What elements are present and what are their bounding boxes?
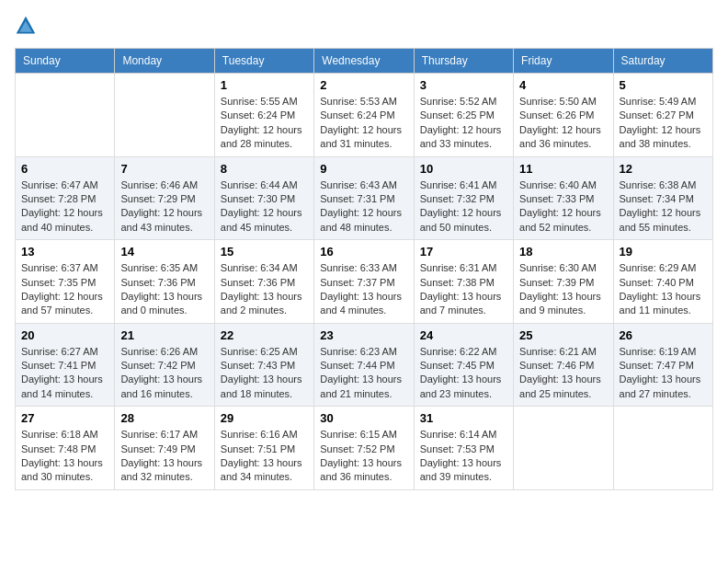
calendar-day-cell: 6Sunrise: 6:47 AM Sunset: 7:28 PM Daylig…	[16, 156, 115, 240]
day-info: Sunrise: 6:14 AM Sunset: 7:53 PM Dayligh…	[420, 428, 507, 485]
day-number: 6	[21, 162, 108, 176]
day-number: 10	[420, 162, 507, 176]
day-info: Sunrise: 6:33 AM Sunset: 7:37 PM Dayligh…	[320, 261, 407, 318]
calendar-week-row: 6Sunrise: 6:47 AM Sunset: 7:28 PM Daylig…	[16, 156, 713, 240]
calendar-day-cell	[16, 74, 115, 157]
day-info: Sunrise: 6:44 AM Sunset: 7:30 PM Dayligh…	[221, 178, 308, 236]
day-number: 21	[120, 328, 208, 342]
calendar-header-row: SundayMondayTuesdayWednesdayThursdayFrid…	[16, 49, 713, 74]
day-number: 19	[620, 245, 707, 259]
day-number: 16	[320, 245, 407, 259]
calendar-day-cell	[514, 407, 613, 490]
day-info: Sunrise: 5:53 AM Sunset: 6:24 PM Dayligh…	[320, 95, 407, 152]
calendar-day-cell	[115, 74, 214, 157]
day-number: 5	[620, 78, 707, 92]
calendar-table: SundayMondayTuesdayWednesdayThursdayFrid…	[15, 48, 713, 490]
weekday-header: Sunday	[16, 49, 115, 74]
calendar-day-cell: 21Sunrise: 6:26 AM Sunset: 7:42 PM Dayli…	[115, 323, 214, 407]
day-number: 22	[221, 328, 308, 342]
day-number: 14	[120, 245, 208, 259]
calendar-week-row: 13Sunrise: 6:37 AM Sunset: 7:35 PM Dayli…	[16, 240, 713, 324]
day-number: 31	[420, 411, 507, 425]
calendar-day-cell: 8Sunrise: 6:44 AM Sunset: 7:30 PM Daylig…	[214, 156, 313, 240]
day-number: 9	[320, 162, 407, 176]
calendar-day-cell: 27Sunrise: 6:18 AM Sunset: 7:48 PM Dayli…	[16, 407, 115, 490]
calendar-week-row: 1Sunrise: 5:55 AM Sunset: 6:24 PM Daylig…	[16, 74, 713, 157]
calendar-day-cell: 25Sunrise: 6:21 AM Sunset: 7:46 PM Dayli…	[514, 323, 613, 407]
weekday-header: Monday	[115, 49, 214, 74]
day-info: Sunrise: 6:16 AM Sunset: 7:51 PM Dayligh…	[221, 428, 308, 485]
calendar-day-cell: 3Sunrise: 5:52 AM Sunset: 6:25 PM Daylig…	[414, 74, 513, 157]
day-info: Sunrise: 6:37 AM Sunset: 7:35 PM Dayligh…	[21, 261, 108, 318]
day-info: Sunrise: 6:47 AM Sunset: 7:28 PM Dayligh…	[21, 178, 108, 236]
day-number: 7	[120, 162, 208, 176]
day-info: Sunrise: 6:41 AM Sunset: 7:32 PM Dayligh…	[420, 178, 507, 236]
calendar-day-cell: 23Sunrise: 6:23 AM Sunset: 7:44 PM Dayli…	[314, 323, 414, 407]
day-number: 4	[519, 78, 607, 92]
day-info: Sunrise: 6:35 AM Sunset: 7:36 PM Dayligh…	[120, 261, 208, 318]
calendar-day-cell: 16Sunrise: 6:33 AM Sunset: 7:37 PM Dayli…	[314, 240, 414, 324]
day-number: 13	[21, 245, 108, 259]
calendar-week-row: 20Sunrise: 6:27 AM Sunset: 7:41 PM Dayli…	[16, 323, 713, 407]
day-number: 20	[21, 328, 108, 342]
calendar-day-cell: 1Sunrise: 5:55 AM Sunset: 6:24 PM Daylig…	[214, 74, 313, 157]
day-info: Sunrise: 6:19 AM Sunset: 7:47 PM Dayligh…	[620, 345, 707, 402]
day-number: 23	[320, 328, 407, 342]
calendar-day-cell: 28Sunrise: 6:17 AM Sunset: 7:49 PM Dayli…	[115, 407, 214, 490]
day-info: Sunrise: 5:52 AM Sunset: 6:25 PM Dayligh…	[420, 95, 507, 152]
day-number: 17	[420, 245, 507, 259]
day-number: 24	[420, 328, 507, 342]
weekday-header: Saturday	[613, 49, 712, 74]
calendar-day-cell: 11Sunrise: 6:40 AM Sunset: 7:33 PM Dayli…	[514, 156, 613, 240]
day-info: Sunrise: 5:50 AM Sunset: 6:26 PM Dayligh…	[519, 95, 607, 152]
calendar-day-cell: 4Sunrise: 5:50 AM Sunset: 6:26 PM Daylig…	[514, 74, 613, 157]
logo	[15, 15, 40, 37]
day-number: 26	[620, 328, 707, 342]
calendar-day-cell: 22Sunrise: 6:25 AM Sunset: 7:43 PM Dayli…	[214, 323, 313, 407]
calendar-day-cell: 2Sunrise: 5:53 AM Sunset: 6:24 PM Daylig…	[314, 74, 414, 157]
day-info: Sunrise: 6:22 AM Sunset: 7:45 PM Dayligh…	[420, 345, 507, 402]
day-info: Sunrise: 5:49 AM Sunset: 6:27 PM Dayligh…	[620, 95, 707, 152]
day-number: 25	[519, 328, 607, 342]
day-number: 11	[519, 162, 607, 176]
calendar-day-cell: 15Sunrise: 6:34 AM Sunset: 7:36 PM Dayli…	[214, 240, 313, 324]
calendar-day-cell: 12Sunrise: 6:38 AM Sunset: 7:34 PM Dayli…	[613, 156, 712, 240]
calendar-day-cell: 31Sunrise: 6:14 AM Sunset: 7:53 PM Dayli…	[414, 407, 513, 490]
day-info: Sunrise: 6:26 AM Sunset: 7:42 PM Dayligh…	[120, 345, 208, 402]
weekday-header: Friday	[514, 49, 613, 74]
day-info: Sunrise: 6:31 AM Sunset: 7:38 PM Dayligh…	[420, 261, 507, 318]
calendar-day-cell: 24Sunrise: 6:22 AM Sunset: 7:45 PM Dayli…	[414, 323, 513, 407]
day-info: Sunrise: 6:21 AM Sunset: 7:46 PM Dayligh…	[519, 345, 607, 402]
calendar-day-cell: 26Sunrise: 6:19 AM Sunset: 7:47 PM Dayli…	[613, 323, 712, 407]
page-header	[15, 15, 713, 37]
calendar-day-cell: 5Sunrise: 5:49 AM Sunset: 6:27 PM Daylig…	[613, 74, 712, 157]
day-number: 1	[221, 78, 308, 92]
calendar-day-cell: 20Sunrise: 6:27 AM Sunset: 7:41 PM Dayli…	[16, 323, 115, 407]
calendar-day-cell: 18Sunrise: 6:30 AM Sunset: 7:39 PM Dayli…	[514, 240, 613, 324]
day-number: 12	[620, 162, 707, 176]
day-info: Sunrise: 6:40 AM Sunset: 7:33 PM Dayligh…	[519, 178, 607, 236]
calendar-day-cell: 14Sunrise: 6:35 AM Sunset: 7:36 PM Dayli…	[115, 240, 214, 324]
calendar-day-cell: 13Sunrise: 6:37 AM Sunset: 7:35 PM Dayli…	[16, 240, 115, 324]
weekday-header: Wednesday	[314, 49, 414, 74]
day-number: 27	[21, 411, 108, 425]
day-number: 15	[221, 245, 308, 259]
logo-icon	[15, 15, 37, 37]
day-info: Sunrise: 6:25 AM Sunset: 7:43 PM Dayligh…	[221, 345, 308, 402]
day-info: Sunrise: 6:23 AM Sunset: 7:44 PM Dayligh…	[320, 345, 407, 402]
day-number: 3	[420, 78, 507, 92]
calendar-day-cell: 7Sunrise: 6:46 AM Sunset: 7:29 PM Daylig…	[115, 156, 214, 240]
calendar-day-cell: 19Sunrise: 6:29 AM Sunset: 7:40 PM Dayli…	[613, 240, 712, 324]
day-info: Sunrise: 6:15 AM Sunset: 7:52 PM Dayligh…	[320, 428, 407, 485]
calendar-day-cell: 10Sunrise: 6:41 AM Sunset: 7:32 PM Dayli…	[414, 156, 513, 240]
day-info: Sunrise: 6:34 AM Sunset: 7:36 PM Dayligh…	[221, 261, 308, 318]
calendar-day-cell: 29Sunrise: 6:16 AM Sunset: 7:51 PM Dayli…	[214, 407, 313, 490]
weekday-header: Thursday	[414, 49, 513, 74]
day-number: 8	[221, 162, 308, 176]
calendar-day-cell	[613, 407, 712, 490]
day-number: 29	[221, 411, 308, 425]
day-info: Sunrise: 6:38 AM Sunset: 7:34 PM Dayligh…	[620, 178, 707, 236]
day-number: 30	[320, 411, 407, 425]
calendar-day-cell: 30Sunrise: 6:15 AM Sunset: 7:52 PM Dayli…	[314, 407, 414, 490]
day-info: Sunrise: 6:46 AM Sunset: 7:29 PM Dayligh…	[120, 178, 208, 236]
